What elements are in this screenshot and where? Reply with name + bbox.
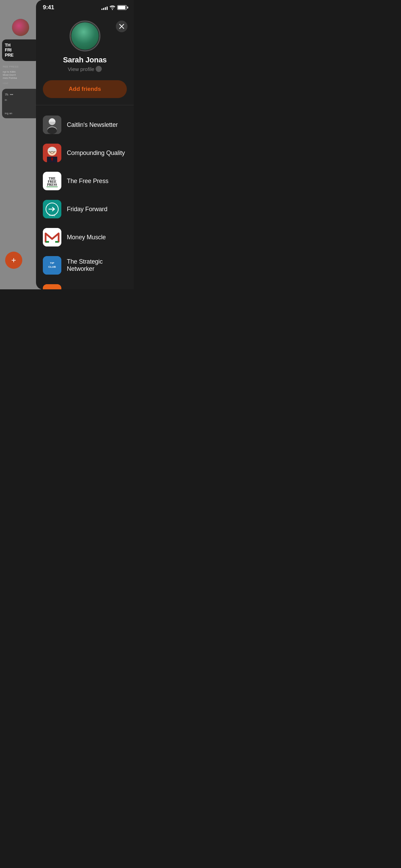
- newsletter-icon-freepress: THE FREE PRESS: [43, 172, 61, 190]
- status-icons: [101, 5, 127, 10]
- close-button[interactable]: [116, 21, 127, 32]
- newsletter-name-friday: Friday Forward: [67, 206, 107, 213]
- bg-text-2: nyl Is KillinMost Don'tmes Fishba: [0, 70, 41, 80]
- status-time: 9:41: [43, 4, 54, 11]
- svg-text:CLUB: CLUB: [48, 265, 56, 268]
- svg-text:THE: THE: [49, 177, 56, 180]
- newsletter-item-compounding[interactable]: Compounding Quality: [36, 139, 134, 167]
- newsletter-item-friday[interactable]: Friday Friday Forward: [36, 195, 134, 223]
- newsletter-name-caitlin: Caitlin's Newsletter: [67, 121, 118, 129]
- svg-text:TIP: TIP: [50, 262, 54, 265]
- bg-card-1: THFRIPRE: [2, 39, 39, 61]
- view-profile-dot: [96, 66, 102, 72]
- bg-card-2: 7h ••• in ing an: [2, 89, 39, 118]
- newsletter-item-substack[interactable]: Substack Reads: [36, 279, 134, 289]
- newsletter-item-money[interactable]: Money Muscle: [36, 223, 134, 251]
- divider-top: [36, 105, 134, 105]
- view-profile-link[interactable]: View profile: [68, 66, 102, 72]
- newsletter-icon-substack: [43, 284, 61, 289]
- newsletter-icon-caitlin: [43, 116, 61, 134]
- newsletter-item-freepress[interactable]: THE FREE PRESS The Free Press: [36, 167, 134, 195]
- svg-rect-27: [43, 284, 61, 289]
- close-icon: [119, 24, 124, 29]
- svg-point-3: [47, 127, 57, 134]
- avatar: [70, 21, 100, 51]
- svg-rect-22: [46, 241, 49, 243]
- newsletter-list: Caitlin's Newsletter: [36, 108, 134, 289]
- svg-text:Friday: Friday: [49, 214, 56, 216]
- bg-fab-button: +: [5, 252, 22, 269]
- bg-avatar: [12, 19, 29, 36]
- wifi-icon: [110, 5, 115, 10]
- newsletter-icon-compounding: [43, 144, 61, 162]
- newsletter-item-caitlin[interactable]: Caitlin's Newsletter: [36, 111, 134, 139]
- background-panel: THFRIPRE REE PRESS nyl Is KillinMost Don…: [0, 0, 41, 289]
- svg-rect-17: [47, 186, 58, 187]
- newsletter-icon-money: [43, 228, 61, 246]
- status-bar: 9:41: [36, 0, 134, 14]
- svg-text:PRESS: PRESS: [47, 183, 57, 186]
- svg-text:FREE: FREE: [48, 180, 57, 183]
- add-friends-button[interactable]: Add friends: [43, 80, 127, 98]
- newsletter-item-tipclub[interactable]: TIP CLUB The Strategic Networker: [36, 251, 134, 279]
- newsletter-name-money: Money Muscle: [67, 234, 106, 241]
- newsletter-icon-friday: Friday: [43, 200, 61, 218]
- svg-rect-23: [55, 241, 59, 243]
- bg-read-label: read: [0, 80, 41, 86]
- battery-icon: [117, 5, 127, 10]
- newsletter-name-freepress: The Free Press: [67, 178, 108, 185]
- newsletter-icon-tipclub: TIP CLUB: [43, 256, 61, 275]
- profile-drawer: 9:41 Sarah Jonas View pro: [36, 0, 134, 289]
- signal-icon: [101, 5, 108, 10]
- newsletter-name-compounding: Compounding Quality: [67, 149, 125, 157]
- profile-name: Sarah Jonas: [63, 56, 107, 64]
- newsletter-name-tipclub: The Strategic Networker: [67, 258, 127, 273]
- bg-text-1: REE PRESS: [0, 64, 41, 70]
